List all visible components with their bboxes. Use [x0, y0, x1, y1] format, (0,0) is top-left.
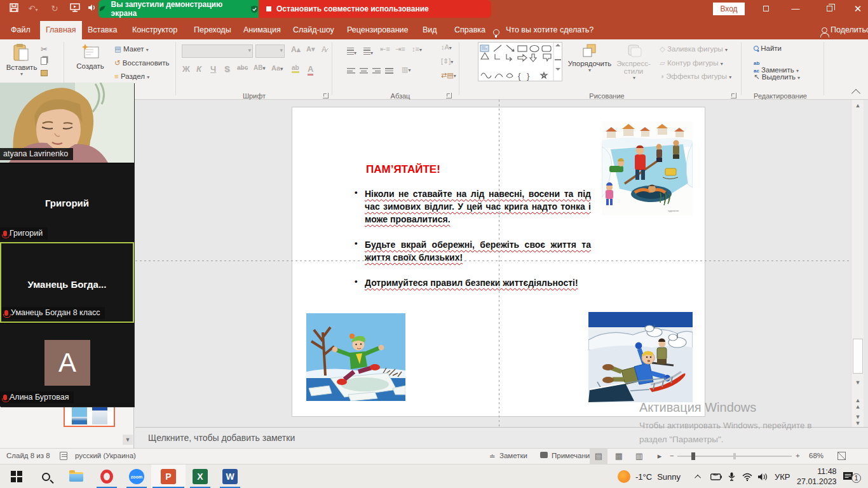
- spellcheck-icon[interactable]: [60, 452, 67, 460]
- align-center-button[interactable]: [360, 66, 368, 78]
- collapse-ribbon-icon[interactable]: [851, 89, 860, 98]
- tab-slideshow[interactable]: Слайд-шоу: [287, 21, 340, 39]
- strikethrough-button[interactable]: abc: [237, 64, 248, 71]
- section-button[interactable]: ≡ Раздел ▾: [114, 72, 149, 80]
- participant-tile-grigoriy[interactable]: Григорий Григорий: [0, 163, 134, 242]
- underline-button[interactable]: Ч: [210, 64, 216, 74]
- line-spacing-icon[interactable]: ↕≡▾: [412, 45, 422, 53]
- next-slide-icon[interactable]: ▼▼: [853, 414, 863, 426]
- restore-button[interactable]: [817, 0, 842, 18]
- paragraph-dialog-launcher[interactable]: [446, 93, 452, 98]
- participant-tile-umanets-active-speaker[interactable]: Уманець Богда... Уманець Богдан 8 класс: [0, 242, 134, 323]
- slide-counter[interactable]: Слайд 8 из 8: [6, 452, 50, 459]
- align-text-icon[interactable]: [⇕]▾: [441, 57, 453, 65]
- quick-styles-button[interactable]: Экспресс-стили▾: [615, 43, 653, 81]
- font-size-combo[interactable]: [255, 44, 285, 58]
- redo-icon[interactable]: ↻: [48, 3, 61, 15]
- thumbnail-slide-8[interactable]: [64, 405, 115, 427]
- paste-button[interactable]: Вставить▾: [5, 43, 38, 77]
- shapes-gallery[interactable]: {}: [478, 42, 562, 81]
- zoom-out-button[interactable]: −: [670, 452, 674, 459]
- text-direction-icon[interactable]: ↕A▾: [441, 43, 452, 51]
- fit-to-window-icon[interactable]: [837, 452, 846, 460]
- select-button[interactable]: ↖ Выделить ▾: [754, 72, 800, 81]
- numbering-button[interactable]: ▾: [363, 46, 373, 57]
- zoom-meeting-panel[interactable]: atyana Lavrinenko Григорий Григорий Уман…: [0, 83, 134, 407]
- clock[interactable]: 11:48 27.01.2023: [797, 466, 837, 487]
- picture-sled-fall[interactable]: [588, 312, 693, 402]
- close-button[interactable]: ✕: [845, 0, 868, 18]
- columns-icon[interactable]: ▥▾: [402, 65, 410, 74]
- slide-title[interactable]: ПАМ’ЯТАЙТЕ!: [366, 163, 440, 176]
- tab-help[interactable]: Справка: [449, 21, 491, 39]
- slide-sorter-view-button[interactable]: ▦: [610, 449, 628, 464]
- text-shadow-button[interactable]: S: [224, 64, 230, 74]
- vertical-scrollbar[interactable]: ▲ ▼ ▲▲ ▼▼: [851, 100, 864, 427]
- find-button[interactable]: Найти: [754, 44, 782, 52]
- tab-transitions[interactable]: Переходы: [188, 21, 237, 39]
- save-icon[interactable]: [8, 3, 20, 15]
- comments-toggle[interactable]: Примечания: [552, 452, 593, 459]
- highlight-color-button[interactable]: ab: [292, 64, 299, 73]
- shape-effects-button[interactable]: ◑ Эффекты фигуры ▾: [660, 72, 731, 80]
- normal-view-button[interactable]: ▤: [590, 449, 607, 464]
- picture-ice-rescue[interactable]: художник: [602, 121, 693, 215]
- tab-insert[interactable]: Вставка: [82, 21, 123, 39]
- drawing-dialog-launcher[interactable]: [731, 93, 736, 98]
- start-from-beginning-icon[interactable]: [69, 3, 81, 15]
- font-dialog-launcher[interactable]: [323, 93, 329, 98]
- indent-icon[interactable]: ⇥≡: [395, 45, 405, 53]
- change-case-button[interactable]: Аа▾: [271, 64, 283, 72]
- reading-view-button[interactable]: ▥: [630, 449, 648, 464]
- ribbon-display-options-icon[interactable]: [753, 0, 778, 18]
- scroll-up-icon[interactable]: ▲: [853, 102, 863, 109]
- participant-tile-alina[interactable]: A Алина Буртовая: [0, 323, 134, 406]
- signin-button[interactable]: Вход: [713, 3, 745, 15]
- format-painter-icon[interactable]: [41, 70, 48, 76]
- start-button[interactable]: [8, 468, 25, 485]
- participant-video-tile[interactable]: atyana Lavrinenko: [0, 83, 134, 163]
- increase-font-icon[interactable]: A▴: [291, 45, 301, 54]
- thumb-scroll-down-icon[interactable]: ▼: [123, 435, 133, 445]
- replace-button[interactable]: abac Заменить ▾: [754, 58, 799, 74]
- layout-button[interactable]: ▤ Макет ▾: [114, 44, 149, 53]
- stop-share-button[interactable]: Остановить совместное использование: [259, 0, 491, 18]
- powerpoint-icon[interactable]: P: [159, 468, 177, 485]
- outdent-icon[interactable]: ⇤≡: [380, 45, 390, 53]
- zoom-slider-thumb[interactable]: [691, 452, 695, 460]
- tab-design[interactable]: Конструктор: [126, 21, 183, 39]
- vertical-guide[interactable]: [499, 100, 499, 427]
- wifi-icon[interactable]: [742, 464, 752, 488]
- zoom-slider[interactable]: [677, 456, 792, 457]
- battery-icon[interactable]: [710, 464, 722, 488]
- italic-button[interactable]: К: [196, 64, 201, 74]
- tab-file[interactable]: Файл: [5, 21, 36, 39]
- tab-review[interactable]: Рецензирование: [341, 21, 414, 39]
- shape-outline-button[interactable]: ▱ Контур фигуры ▾: [660, 58, 723, 67]
- shape-fill-button[interactable]: ◇ Заливка фигуры ▾: [660, 44, 728, 53]
- picture-boy-on-floe[interactable]: [306, 313, 405, 401]
- microphone-icon[interactable]: [728, 464, 735, 488]
- speaker-icon[interactable]: [757, 464, 768, 488]
- previous-slide-icon[interactable]: ▲▲: [853, 397, 863, 410]
- notes-toggle[interactable]: Заметки: [499, 452, 527, 459]
- keyboard-language[interactable]: УКР: [775, 464, 790, 488]
- opera-icon[interactable]: [98, 468, 116, 485]
- share-button[interactable]: Поделиться: [822, 21, 868, 39]
- font-name-combo[interactable]: [182, 44, 253, 58]
- tab-home[interactable]: Главная: [40, 21, 82, 39]
- clear-format-icon[interactable]: A̷: [322, 45, 327, 54]
- cut-icon[interactable]: ✂: [41, 44, 48, 54]
- file-explorer-icon[interactable]: [67, 468, 85, 485]
- smartart-convert-icon[interactable]: ⇄▤▾: [441, 71, 456, 79]
- horizontal-guide[interactable]: [135, 261, 850, 261]
- copy-icon[interactable]: [41, 57, 47, 65]
- minimize-button[interactable]: —: [783, 0, 808, 18]
- word-icon[interactable]: W: [221, 468, 239, 485]
- align-left-button[interactable]: [347, 66, 355, 78]
- reset-button[interactable]: ↺ Восстановить: [114, 58, 169, 67]
- slideshow-button[interactable]: ▸: [651, 449, 668, 464]
- scrollbar-thumb[interactable]: [853, 339, 863, 374]
- tray-expand-icon[interactable]: [696, 464, 701, 488]
- new-slide-button[interactable]: Создать: [72, 43, 109, 70]
